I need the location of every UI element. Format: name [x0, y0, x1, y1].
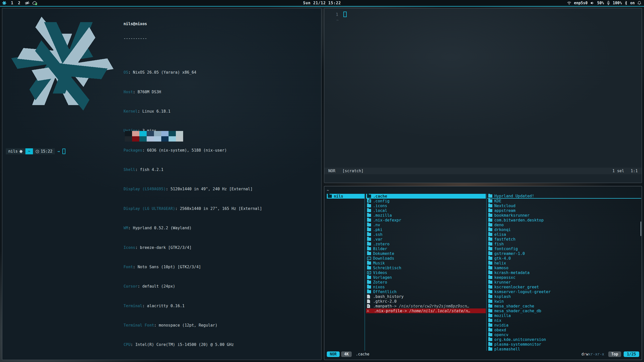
- fetch-separator: ----------: [124, 36, 262, 41]
- notification-bell-icon[interactable]: [637, 1, 641, 5]
- file-row[interactable]: .bash_history: [366, 294, 486, 299]
- file-row[interactable]: .manpath -> /nix/store/cw2rhy2sjnm8pz9sc…: [366, 304, 486, 308]
- file-row[interactable]: Öffentlich: [366, 289, 486, 294]
- volume-icon[interactable]: [590, 1, 595, 5]
- file-row[interactable]: .var: [366, 237, 486, 242]
- wifi-icon[interactable]: [567, 1, 572, 5]
- nixos-logo-icon[interactable]: [2, 1, 7, 5]
- file-row[interactable]: fish: [487, 242, 641, 246]
- file-row[interactable]: ksplash: [487, 294, 641, 299]
- file-row[interactable]: elisa: [487, 232, 641, 237]
- file-row[interactable]: kwin: [487, 299, 641, 304]
- color-swatch: [161, 131, 169, 136]
- microphone-icon[interactable]: [607, 1, 610, 5]
- file-row[interactable]: KDE: [487, 199, 641, 203]
- terminal-window-fastfetch[interactable]: nils@nixos ---------- OS: NixOS 26.05 (Y…: [2, 8, 321, 360]
- file-row[interactable]: .config: [366, 199, 486, 203]
- preview-scrollbar[interactable]: [640, 221, 641, 236]
- color-swatch: [147, 131, 154, 136]
- prompt-time: 15:22: [41, 149, 53, 154]
- editor-selection-count: 1 sel: [612, 169, 624, 173]
- file-row[interactable]: .mozilla: [366, 213, 486, 218]
- file-row[interactable]: .local: [366, 208, 486, 213]
- file-row[interactable]: gstreamer-1.0: [487, 251, 641, 256]
- file-row[interactable]: Nextcloud: [487, 203, 641, 208]
- file-row[interactable]: Hyprland Updated!: [487, 194, 641, 199]
- file-row[interactable]: drkonqi: [487, 227, 641, 232]
- file-row[interactable]: keepassxc: [487, 275, 641, 280]
- file-type-icon: [367, 218, 371, 222]
- file-row[interactable]: kcrash-metadata: [487, 270, 641, 275]
- file-type-icon: [367, 290, 371, 293]
- file-row[interactable]: ksmserver-logout-greeter: [487, 289, 641, 294]
- file-row[interactable]: Downloads: [366, 256, 486, 261]
- file-row[interactable]: .nv: [366, 222, 486, 227]
- file-row[interactable]: .gtkrc-2.0: [366, 299, 486, 304]
- workspace-button[interactable]: 1: [9, 0, 15, 6]
- file-row[interactable]: Musik: [366, 261, 486, 265]
- file-row[interactable]: mozilla: [487, 313, 641, 318]
- file-row[interactable]: kamoso: [487, 265, 641, 270]
- file-row[interactable]: .cache: [366, 194, 486, 199]
- idle-inhibitor-icon[interactable]: [25, 1, 30, 6]
- file-row[interactable]: Zotero: [366, 280, 486, 285]
- file-row[interactable]: nils: [327, 194, 365, 199]
- file-type-icon: [367, 214, 371, 217]
- color-swatch: [132, 131, 139, 136]
- desktop: 12 Sun 21/12 15:22: [0, 0, 644, 362]
- file-row[interactable]: com.bitwarden.desktop: [487, 218, 641, 222]
- file-row[interactable]: org.kde.unitconversion: [487, 337, 641, 342]
- file-row[interactable]: .zotero: [366, 242, 486, 246]
- file-manager-window-yazi[interactable]: ~ nils .cache .config .icons .local .moz…: [324, 186, 642, 360]
- bluetooth-icon[interactable]: [624, 1, 628, 5]
- file-row[interactable]: .nix-defexpr: [366, 218, 486, 222]
- file-row[interactable]: Dokumente: [366, 251, 486, 256]
- file-row[interactable]: helix: [487, 261, 641, 265]
- file-row[interactable]: nix: [487, 318, 641, 323]
- folder-icon: [488, 223, 492, 227]
- workspace-button[interactable]: 2: [16, 0, 22, 6]
- file-row[interactable]: plasmashell: [487, 347, 641, 351]
- file-row[interactable]: .icons: [366, 203, 486, 208]
- file-row[interactable]: fontconfig: [487, 246, 641, 251]
- file-row[interactable]: nvidia: [487, 323, 641, 328]
- file-row[interactable]: kscreenlocker_greet: [487, 285, 641, 289]
- breadcrumb: ~: [327, 188, 329, 192]
- file-row[interactable]: deno: [487, 222, 641, 227]
- file-row[interactable]: .pki: [366, 227, 486, 232]
- folder-icon: [488, 228, 492, 231]
- editor-window-helix[interactable]: 1 ~ NOR [scratch] 1 sel 1:1: [324, 8, 642, 183]
- file-row[interactable]: Schreibtisch: [366, 265, 486, 270]
- empty-line-tilde: ~: [336, 18, 339, 22]
- file-type-icon: [367, 295, 370, 298]
- file-row[interactable]: nixos: [366, 285, 486, 289]
- file-row[interactable]: appstream: [487, 208, 641, 213]
- color-swatch: [176, 131, 183, 136]
- file-row[interactable]: krunner: [487, 280, 641, 285]
- mic-label: 100%: [613, 1, 622, 5]
- file-row[interactable]: .nix-profile -> /home/nils/.local/state/…: [366, 308, 486, 313]
- file-type-icon: [367, 242, 371, 246]
- file-row[interactable]: mesa_shader_cache: [487, 304, 641, 308]
- fetch-line: Font: Noto Sans (10pt) [GTK2/3/4]: [124, 265, 262, 269]
- editor-filename: [scratch]: [342, 169, 364, 173]
- file-type-icon: [367, 271, 371, 274]
- file-row[interactable]: .ssh: [366, 232, 486, 237]
- folder-icon: [488, 199, 492, 203]
- file-type-icon: [367, 276, 371, 279]
- file-row[interactable]: mesa_shader_cache_db: [487, 308, 641, 313]
- file-row[interactable]: Videos: [366, 270, 486, 275]
- file-row[interactable]: plasma-systemmonitor: [487, 342, 641, 347]
- file-type-icon: [367, 299, 370, 303]
- bluetooth-label: on: [630, 1, 635, 5]
- file-row[interactable]: gtk-4.0: [487, 256, 641, 261]
- file-row[interactable]: Bilder: [366, 246, 486, 251]
- file-row[interactable]: Vorlagen: [366, 275, 486, 280]
- file-row[interactable]: fastfetch: [487, 237, 641, 242]
- nextcloud-tray-icon[interactable]: [32, 1, 38, 6]
- file-row[interactable]: bookmarksrunner: [487, 213, 641, 218]
- fetch-line: Terminal Font: monospace (12pt, Regular): [124, 323, 262, 328]
- file-row[interactable]: opencv: [487, 332, 641, 337]
- parent-directory-column: nils: [327, 194, 365, 351]
- file-row[interactable]: obexd: [487, 328, 641, 332]
